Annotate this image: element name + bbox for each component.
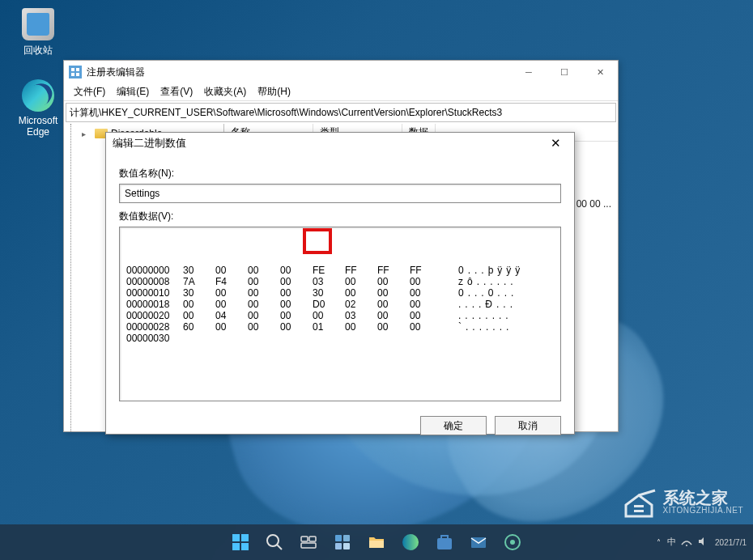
svg-line-4 — [639, 490, 655, 495]
regedit-icon — [69, 66, 82, 78]
menubar: 文件(F) 编辑(E) 查看(V) 收藏夹(A) 帮助(H) — [64, 83, 618, 101]
taskview-button[interactable] — [293, 527, 324, 558]
hex-row[interactable]: 000000200004000000030000........ — [126, 310, 554, 321]
svg-point-26 — [686, 545, 687, 546]
svg-rect-19 — [343, 543, 350, 549]
system-tray: ˄ 中 2021/7/1 — [657, 536, 747, 549]
cancel-button[interactable]: 取消 — [495, 416, 561, 435]
desktop-icon-edge[interactable]: Microsoft Edge — [10, 79, 66, 138]
menu-edit[interactable]: 编辑(E) — [112, 83, 154, 100]
svg-rect-16 — [335, 535, 342, 541]
svg-rect-3 — [76, 73, 79, 76]
tray-overflow-icon[interactable]: ˄ — [657, 538, 661, 547]
svg-rect-18 — [335, 543, 342, 549]
minimize-button[interactable]: ─ — [511, 61, 547, 83]
svg-rect-0 — [71, 68, 74, 71]
taskbar-app-store[interactable] — [429, 527, 460, 558]
taskbar-app-edge[interactable] — [395, 527, 426, 558]
watermark-brand: 系统之家 — [663, 490, 744, 506]
hex-editor[interactable]: 0000000030000000FEFFFFFF0...þÿÿÿ00000008… — [119, 227, 561, 401]
svg-rect-2 — [71, 73, 74, 76]
taskbar-center — [225, 527, 528, 558]
dialog-edit-binary-value: 编辑二进制数值 ✕ 数值名称(N): 数值数据(V): 000000003000… — [105, 132, 575, 435]
svg-rect-14 — [309, 537, 316, 541]
svg-rect-5 — [634, 505, 644, 507]
tray-volume-icon[interactable] — [697, 536, 708, 549]
hex-row[interactable]: 00000030 — [126, 333, 554, 344]
svg-rect-20 — [369, 541, 384, 548]
value-name-label: 数值名称(N): — [119, 167, 561, 180]
value-data-label: 数值数据(V): — [119, 210, 561, 223]
tray-ime-icon[interactable]: 中 — [667, 536, 676, 549]
taskbar-app-settings[interactable] — [497, 527, 528, 558]
dialog-title: 编辑二进制数值 — [113, 136, 186, 151]
hex-row[interactable]: 000000286000000001000000`....... — [126, 321, 554, 333]
svg-rect-13 — [301, 537, 308, 541]
menu-file[interactable]: 文件(F) — [69, 83, 110, 100]
close-button[interactable]: ✕ — [582, 61, 618, 83]
svg-rect-9 — [232, 543, 240, 550]
svg-line-12 — [277, 545, 282, 549]
tray-network-icon[interactable] — [681, 536, 692, 549]
watermark-logo-icon — [621, 484, 657, 520]
taskbar: ˄ 中 2021/7/1 — [0, 524, 753, 560]
svg-rect-7 — [232, 534, 240, 541]
desktop-icon-recycle-bin[interactable]: 回收站 — [10, 8, 66, 57]
svg-point-21 — [402, 534, 419, 550]
start-button[interactable] — [225, 527, 256, 558]
desktop-icon-label: Microsoft Edge — [19, 115, 58, 138]
svg-rect-1 — [76, 68, 79, 71]
chevron-right-icon[interactable]: ▸ — [82, 129, 86, 138]
highlight-box — [303, 228, 332, 254]
ok-button[interactable]: 确定 — [420, 416, 487, 435]
edge-icon — [22, 79, 54, 112]
svg-rect-8 — [241, 534, 249, 541]
hex-row[interactable]: 0000001030000000300000000...0... — [126, 287, 554, 299]
hex-row[interactable]: 0000000030000000FEFFFFFF0...þÿÿÿ — [126, 265, 554, 276]
taskbar-app-mail[interactable] — [463, 527, 494, 558]
svg-point-25 — [510, 540, 515, 545]
value-name-input[interactable] — [119, 184, 561, 203]
svg-rect-6 — [634, 510, 644, 512]
svg-rect-22 — [437, 538, 452, 549]
widgets-button[interactable] — [327, 527, 358, 558]
close-button[interactable]: ✕ — [543, 133, 568, 154]
taskbar-app-explorer[interactable] — [361, 527, 392, 558]
recycle-bin-icon — [22, 8, 54, 40]
menu-favorites[interactable]: 收藏夹(A) — [199, 83, 251, 100]
hex-row[interactable]: 0000001800000000D0020000....Ð... — [126, 299, 554, 310]
titlebar[interactable]: 注册表编辑器 ─ ☐ ✕ — [64, 61, 618, 83]
window-title: 注册表编辑器 — [87, 66, 145, 79]
watermark-url: XITONGZHIJIA.NET — [663, 506, 744, 515]
tray-clock[interactable]: 2021/7/1 — [715, 537, 747, 548]
svg-rect-15 — [301, 543, 316, 548]
search-button[interactable] — [259, 527, 290, 558]
menu-help[interactable]: 帮助(H) — [253, 83, 296, 100]
address-bar[interactable]: 计算机\HKEY_CURRENT_USER\Software\Microsoft… — [66, 103, 616, 122]
dialog-titlebar[interactable]: 编辑二进制数值 ✕ — [106, 133, 574, 154]
svg-point-11 — [267, 535, 279, 546]
watermark: 系统之家 XITONGZHIJIA.NET — [621, 484, 744, 520]
svg-rect-17 — [343, 535, 350, 541]
menu-view[interactable]: 查看(V) — [155, 83, 198, 100]
svg-rect-10 — [241, 543, 249, 550]
desktop-icon-label: 回收站 — [23, 45, 53, 56]
hex-row[interactable]: 000000087AF4000003000000zô...... — [126, 276, 554, 287]
maximize-button[interactable]: ☐ — [547, 61, 582, 83]
